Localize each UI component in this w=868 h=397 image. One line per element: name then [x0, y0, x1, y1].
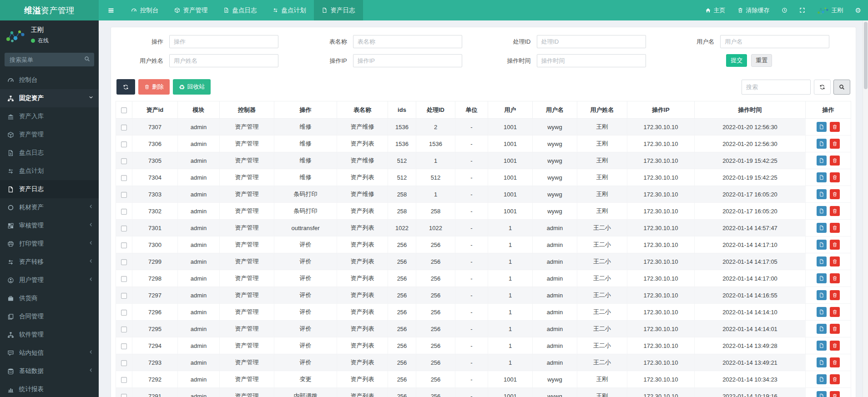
row-delete-button[interactable] — [830, 206, 840, 216]
row-checkbox[interactable] — [121, 192, 127, 198]
row-checkbox[interactable] — [121, 394, 127, 397]
table-refresh-button[interactable] — [814, 80, 831, 95]
sidebar-item-consumables[interactable]: 耗材资产 — [0, 198, 99, 216]
select-all-checkbox[interactable] — [121, 107, 127, 113]
user-menu[interactable]: 王刚 — [811, 0, 849, 20]
row-delete-button[interactable] — [830, 324, 840, 334]
sidebar-item-asset-management[interactable]: 资产管理 — [0, 126, 99, 144]
sidebar-item-inventory-plan[interactable]: 盘点计划 — [0, 162, 99, 180]
filter-ip-input[interactable] — [353, 54, 462, 67]
sidebar-item-reports[interactable]: 统计报表 — [0, 380, 99, 397]
filter-action-input[interactable] — [169, 35, 278, 48]
table-search-input[interactable] — [742, 80, 811, 95]
page-scrollbar[interactable] — [863, 20, 868, 397]
row-checkbox[interactable] — [121, 310, 127, 316]
row-checkbox[interactable] — [121, 377, 127, 383]
submit-button[interactable]: 提交 — [726, 54, 747, 67]
row-delete-button[interactable] — [830, 290, 840, 300]
sidebar-item-software[interactable]: 软件管理 — [0, 326, 99, 344]
delete-button[interactable]: 删除 — [138, 79, 170, 95]
sidebar-item-asset-log[interactable]: 资产日志 — [0, 180, 99, 198]
row-checkbox[interactable] — [121, 360, 127, 366]
row-delete-button[interactable] — [830, 189, 840, 199]
row-detail-button[interactable] — [817, 122, 827, 132]
refresh-button[interactable] — [116, 79, 135, 95]
row-checkbox[interactable] — [121, 276, 127, 282]
filter-pid-input[interactable] — [537, 35, 646, 48]
row-detail-button[interactable] — [817, 290, 827, 300]
row-delete-button[interactable] — [830, 240, 840, 250]
topnav-tab-asset-management[interactable]: 资产管理 — [167, 0, 216, 20]
row-detail-button[interactable] — [817, 374, 827, 384]
scrollbar-thumb[interactable] — [864, 22, 868, 89]
row-detail-button[interactable] — [817, 341, 827, 351]
row-checkbox[interactable] — [121, 293, 127, 299]
fullscreen-button[interactable] — [793, 0, 811, 20]
row-detail-button[interactable] — [817, 256, 827, 266]
sidebar-item-dashboard[interactable]: 控制台 — [0, 71, 99, 89]
recycle-bin-button[interactable]: ♻回收站 — [173, 79, 211, 95]
row-delete-button[interactable] — [830, 391, 840, 397]
home-link[interactable]: 主页 — [699, 0, 732, 20]
sidebar-item-print[interactable]: 打印管理 — [0, 235, 99, 253]
clear-cache-link[interactable]: 清除缓存 — [732, 0, 776, 20]
row-checkbox[interactable] — [121, 259, 127, 265]
row-detail-button[interactable] — [817, 172, 827, 182]
sidebar-search-input[interactable] — [5, 53, 94, 66]
row-detail-button[interactable] — [817, 273, 827, 283]
row-checkbox[interactable] — [121, 209, 127, 215]
sidebar-item-suppliers[interactable]: 供货商 — [0, 289, 99, 307]
row-detail-button[interactable] — [817, 223, 827, 233]
topnav-tab-dashboard[interactable]: 控制台 — [123, 0, 167, 20]
row-checkbox[interactable] — [121, 141, 127, 147]
filter-realname-input[interactable] — [169, 54, 278, 67]
row-delete-button[interactable] — [830, 256, 840, 266]
sidebar-item-inventory-log[interactable]: 盘点日志 — [0, 144, 99, 162]
sidebar-item-fixed-assets[interactable]: 固定资产 — [0, 89, 99, 107]
row-delete-button[interactable] — [830, 273, 840, 283]
reset-button[interactable]: 重置 — [751, 54, 772, 67]
sidebar-item-asset-transfer[interactable]: 资产转移 — [0, 253, 99, 271]
filter-username-input[interactable] — [720, 35, 829, 48]
row-checkbox[interactable] — [121, 242, 127, 248]
history-button[interactable] — [776, 0, 793, 20]
topnav-tab-inventory-plan[interactable]: 盘点计划 — [265, 0, 314, 20]
row-delete-button[interactable] — [830, 156, 840, 166]
sidebar-item-users[interactable]: 用户管理 — [0, 271, 99, 289]
settings-button[interactable]: ⚙ — [849, 0, 867, 20]
row-checkbox[interactable] — [121, 327, 127, 332]
row-detail-button[interactable] — [817, 156, 827, 166]
row-detail-button[interactable] — [817, 357, 827, 367]
row-delete-button[interactable] — [830, 223, 840, 233]
row-checkbox[interactable] — [121, 226, 127, 231]
table-search-button[interactable] — [833, 80, 850, 95]
topnav-tab-inventory-log[interactable]: 盘点日志 — [216, 0, 265, 20]
row-detail-button[interactable] — [817, 206, 827, 216]
row-delete-button[interactable] — [830, 357, 840, 367]
sidebar-item-base-data[interactable]: 基础数据 — [0, 362, 99, 380]
row-delete-button[interactable] — [830, 139, 840, 149]
row-checkbox[interactable] — [121, 158, 127, 164]
sidebar-item-messages[interactable]: 站内短信 — [0, 344, 99, 362]
row-detail-button[interactable] — [817, 391, 827, 397]
row-delete-button[interactable] — [830, 122, 840, 132]
row-delete-button[interactable] — [830, 307, 840, 317]
sidebar-item-audit[interactable]: 审核管理 — [0, 216, 99, 235]
filter-time-input[interactable] — [537, 54, 646, 67]
row-delete-button[interactable] — [830, 341, 840, 351]
row-detail-button[interactable] — [817, 307, 827, 317]
sidebar-item-contracts[interactable]: 合同管理 — [0, 307, 99, 326]
filter-table-input[interactable] — [353, 35, 462, 48]
row-delete-button[interactable] — [830, 172, 840, 182]
sidebar-toggle-button[interactable] — [99, 0, 123, 20]
row-checkbox[interactable] — [121, 343, 127, 349]
row-detail-button[interactable] — [817, 324, 827, 334]
row-checkbox[interactable] — [121, 125, 127, 131]
row-checkbox[interactable] — [121, 175, 127, 181]
row-detail-button[interactable] — [817, 189, 827, 199]
topnav-tab-asset-log[interactable]: 资产日志 — [314, 0, 363, 20]
row-detail-button[interactable] — [817, 139, 827, 149]
sidebar-item-asset-inbound[interactable]: 资产入库 — [0, 107, 99, 126]
row-delete-button[interactable] — [830, 374, 840, 384]
row-detail-button[interactable] — [817, 240, 827, 250]
